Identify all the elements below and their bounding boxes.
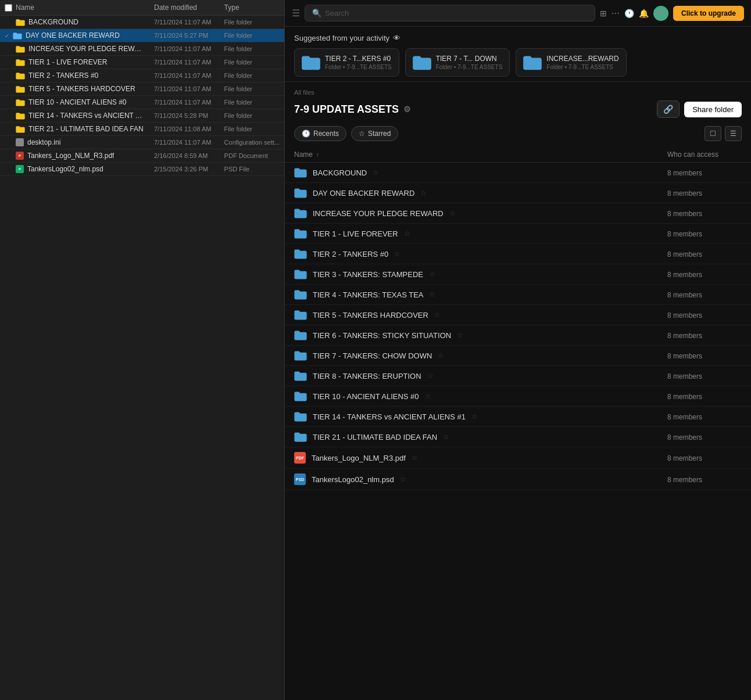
- apps-icon[interactable]: ⋯: [611, 9, 620, 18]
- access-cell: 8 members: [658, 163, 751, 183]
- folder-title-text: 7-9 UPDATE ASSETS: [294, 103, 399, 116]
- clock-icon[interactable]: 🕐: [624, 9, 634, 18]
- suggested-header: Suggested from your activity 👁: [294, 34, 742, 42]
- file-type: File folder: [220, 29, 284, 42]
- file-list-row[interactable]: BACKGROUND ☆ 8 members: [285, 163, 751, 183]
- left-panel-row[interactable]: P TankersLogo02_nlm.psd 2/15/2024 3:26 P…: [0, 163, 284, 176]
- access-cell: 8 members: [658, 386, 751, 407]
- file-list-row[interactable]: TIER 2 - TANKERS #0 ☆ 8 members: [285, 244, 751, 264]
- search-placeholder: Search: [325, 9, 349, 17]
- star-icon[interactable]: ☆: [394, 250, 400, 258]
- file-list-row[interactable]: TIER 3 - TANKERS: STAMPEDE ☆ 8 members: [285, 264, 751, 285]
- star-icon[interactable]: ☆: [412, 454, 418, 462]
- card-sub: Folder • 7-9...TE ASSETS: [546, 64, 618, 70]
- star-icon[interactable]: ☆: [449, 209, 456, 217]
- star-icon[interactable]: ☆: [425, 392, 431, 400]
- file-list-row[interactable]: TIER 21 - ULTIMATE BAD IDEA FAN ☆ 8 memb…: [285, 427, 751, 447]
- left-panel-row[interactable]: desktop.ini 7/11/2024 11:07 AM Configura…: [0, 136, 284, 149]
- left-panel-row[interactable]: TIER 1 - LIVE FOREVER 7/11/2024 11:07 AM…: [0, 56, 284, 69]
- card-info: INCREASE...REWARD Folder • 7-9...TE ASSE…: [546, 55, 618, 70]
- file-date: 2/16/2024 8:59 AM: [149, 149, 220, 163]
- list-file-name: TankersLogo02_nlm.psd: [312, 475, 394, 484]
- avatar[interactable]: DD: [653, 6, 668, 21]
- star-icon[interactable]: ☆: [404, 229, 410, 238]
- upgrade-button[interactable]: Click to upgrade: [673, 6, 744, 21]
- starred-tab[interactable]: ☆ Starred: [351, 126, 398, 141]
- suggested-section: Suggested from your activity 👁 TIER 2 - …: [285, 27, 751, 82]
- filter-tabs: 🕐 Recents ☆ Starred ☐ ☰: [285, 124, 751, 147]
- left-panel-row[interactable]: BACKGROUND 7/11/2024 11:07 AM File folde…: [0, 16, 284, 29]
- left-panel-row[interactable]: TIER 5 - TANKERS HARDCOVER 7/11/2024 11:…: [0, 82, 284, 96]
- eye-icon[interactable]: 👁: [393, 34, 400, 42]
- star-icon[interactable]: ☆: [420, 189, 427, 197]
- star-icon[interactable]: ☆: [427, 372, 434, 380]
- file-list-table: Name ↑ Who can access BACKGROUND ☆ 8 mem…: [285, 147, 751, 490]
- list-folder-icon: [294, 289, 307, 300]
- link-button[interactable]: 🔗: [657, 100, 680, 118]
- star-icon[interactable]: ☆: [457, 331, 463, 339]
- left-panel-row[interactable]: TIER 2 - TANKERS #0 7/11/2024 11:07 AM F…: [0, 69, 284, 82]
- list-name-cell: TIER 4 - TANKERS: TEXAS TEA ☆: [285, 285, 658, 305]
- share-folder-button[interactable]: Share folder: [684, 102, 742, 117]
- list-name-cell: INCREASE YOUR PLEDGE REWARD ☆: [285, 203, 658, 224]
- star-icon[interactable]: ☆: [373, 168, 379, 177]
- suggested-card[interactable]: INCREASE...REWARD Folder • 7-9...TE ASSE…: [516, 48, 626, 77]
- star-icon[interactable]: ☆: [429, 270, 435, 278]
- file-list-row[interactable]: TIER 8 - TANKERS: ERUPTION ☆ 8 members: [285, 366, 751, 386]
- left-panel-row[interactable]: TIER 14 - TANKERS vs ANCIENT ALIEN... 7/…: [0, 109, 284, 123]
- file-list-row[interactable]: PSD TankersLogo02_nlm.psd ☆ 8 members: [285, 469, 751, 490]
- left-panel-row[interactable]: TIER 10 - ANCIENT ALIENS #0 7/11/2024 11…: [0, 96, 284, 109]
- file-list-row[interactable]: DAY ONE BACKER REWARD ☆ 8 members: [285, 183, 751, 203]
- star-icon[interactable]: ☆: [400, 475, 406, 483]
- file-list-row[interactable]: TIER 6 - TANKERS: STICKY SITUATION ☆ 8 m…: [285, 325, 751, 346]
- list-folder-icon: [294, 269, 307, 279]
- file-name-cell: P TankersLogo02_nlm.psd: [0, 163, 149, 176]
- star-icon[interactable]: ☆: [434, 311, 441, 319]
- file-list-row[interactable]: TIER 10 - ANCIENT ALIENS #0 ☆ 8 members: [285, 386, 751, 407]
- file-list-row[interactable]: TIER 7 - TANKERS: CHOW DOWN ☆ 8 members: [285, 346, 751, 366]
- bell-icon[interactable]: 🔔: [639, 9, 649, 18]
- left-panel-row[interactable]: TIER 21 - ULTIMATE BAD IDEA FAN 7/11/202…: [0, 123, 284, 136]
- star-icon[interactable]: ☆: [438, 351, 444, 360]
- file-name-label: TankersLogo02_nlm.psd: [27, 165, 103, 173]
- settings-icon[interactable]: ⚙: [403, 105, 411, 114]
- file-list-row[interactable]: PDF Tankers_Logo_NLM_R3.pdf ☆ 8 members: [285, 447, 751, 469]
- select-all-checkbox[interactable]: [5, 4, 12, 12]
- left-panel-row[interactable]: P Tankers_Logo_NLM_R3.pdf 2/16/2024 8:59…: [0, 149, 284, 163]
- file-name-cell: TIER 2 - TANKERS #0: [0, 69, 149, 82]
- folder-icon: [16, 112, 25, 120]
- star-icon[interactable]: ☆: [471, 412, 478, 421]
- col-header-date[interactable]: Date modified: [149, 0, 220, 16]
- file-name-cell: P Tankers_Logo_NLM_R3.pdf: [0, 149, 149, 163]
- file-list-row[interactable]: TIER 1 - LIVE FOREVER ☆ 8 members: [285, 224, 751, 244]
- list-view-button[interactable]: ☰: [725, 126, 742, 141]
- star-icon[interactable]: ☆: [443, 433, 449, 441]
- col-header-type[interactable]: Type: [220, 0, 284, 16]
- access-text: 8 members: [667, 352, 702, 360]
- grid-icon[interactable]: ⊞: [600, 9, 607, 18]
- suggested-card[interactable]: TIER 2 - T...KERS #0 Folder • 7-9...TE A…: [294, 48, 399, 77]
- name-col-header[interactable]: Name ↑: [285, 147, 658, 163]
- config-icon: [16, 138, 24, 146]
- list-folder-icon: [294, 249, 307, 259]
- file-list-row[interactable]: TIER 14 - TANKERS vs ANCIENT ALIENS #1 ☆…: [285, 407, 751, 427]
- star-icon[interactable]: ☆: [429, 290, 435, 299]
- col-header-name[interactable]: Name: [0, 0, 149, 16]
- menu-icon[interactable]: ☰: [292, 8, 300, 19]
- suggested-card[interactable]: TIER 7 - T... DOWN Folder • 7-9...TE ASS…: [405, 48, 510, 77]
- access-text: 8 members: [667, 271, 702, 279]
- search-box[interactable]: 🔍 Search: [305, 5, 595, 21]
- file-type: File folder: [220, 69, 284, 82]
- list-file-name: TIER 8 - TANKERS: ERUPTION: [313, 372, 421, 380]
- recents-tab[interactable]: 🕐 Recents: [294, 126, 346, 141]
- access-cell: 8 members: [658, 469, 751, 490]
- file-list-row[interactable]: TIER 4 - TANKERS: TEXAS TEA ☆ 8 members: [285, 285, 751, 305]
- file-list-row[interactable]: INCREASE YOUR PLEDGE REWARD ☆ 8 members: [285, 203, 751, 224]
- grid-view-button[interactable]: ☐: [704, 126, 721, 141]
- left-panel-row[interactable]: INCREASE YOUR PLEDGE REWARD 7/11/2024 11…: [0, 42, 284, 56]
- access-text: 8 members: [667, 454, 702, 462]
- left-panel-row[interactable]: ✓ DAY ONE BACKER REWARD 7/11/2024 5:27 P…: [0, 29, 284, 42]
- folder-icon: [16, 59, 25, 66]
- file-name-label: TIER 1 - LIVE FOREVER: [28, 58, 107, 66]
- file-list-row[interactable]: TIER 5 - TANKERS HARDCOVER ☆ 8 members: [285, 305, 751, 325]
